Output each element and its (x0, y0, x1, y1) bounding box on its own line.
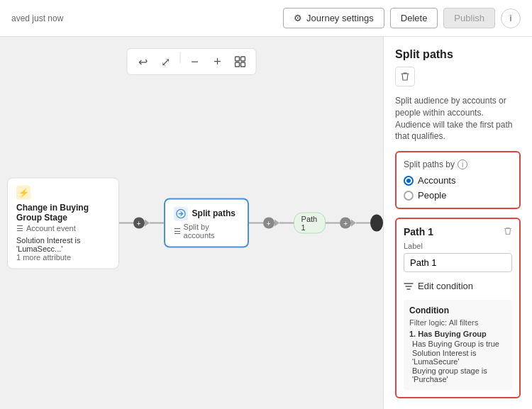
condition-box: Condition Filter logic: All filters 1. H… (404, 300, 512, 390)
connector-arrow-1 (145, 220, 150, 227)
path1-input[interactable] (404, 253, 512, 272)
svg-rect-2 (235, 62, 240, 67)
connector-line-3b (356, 223, 370, 224)
svg-rect-5 (372, 219, 381, 228)
connector-1: + (119, 218, 164, 229)
path1-label: Label (404, 242, 512, 250)
radio-accounts-circle (404, 176, 414, 186)
radio-people[interactable]: People (404, 190, 512, 201)
path1-trash-icon (504, 227, 512, 235)
connector-line-1b (150, 223, 164, 224)
journey-nodes: ⚡ Change in Buying Group Stage ☰ Account… (7, 177, 383, 269)
trash-icon (400, 72, 410, 82)
right-panel: Split paths Split audience by accounts o… (383, 37, 532, 409)
settings-icon: ⚙ (294, 13, 302, 23)
split-node-title: Split paths (192, 208, 235, 218)
zoom-out-button[interactable]: − (185, 52, 205, 72)
trigger-node[interactable]: ⚡ Change in Buying Group Stage ☰ Account… (7, 177, 119, 269)
connector-arrow-3 (351, 220, 356, 227)
split-node-icon (174, 207, 188, 221)
condition-line-3: Buying group stage is 'Purchase' (409, 366, 506, 383)
info-button[interactable]: i (501, 9, 521, 28)
condition-line-2: Solution Interest is 'LumaSecure' (409, 349, 506, 366)
path1-delete-button[interactable] (504, 226, 512, 237)
account-event-icon: ☰ (16, 223, 23, 232)
delete-button[interactable]: Delete (390, 8, 438, 28)
add-node-button-3[interactable]: + (340, 218, 351, 229)
split-paths-node[interactable]: Split paths ☰ Split by accounts (164, 198, 249, 248)
radio-accounts-label: Accounts (418, 175, 455, 186)
add-node-button-2[interactable]: + (263, 218, 275, 229)
radio-accounts[interactable]: Accounts (404, 175, 512, 186)
condition-group-title: 1. Has Buying Group (409, 330, 506, 338)
path-label: Path 1 (294, 213, 326, 234)
trigger-node-subtitle: ☰ Account event (16, 223, 110, 232)
trigger-node-title: Change in Buying Group Stage (16, 202, 110, 222)
publish-button[interactable]: Publish (443, 8, 495, 28)
split-info-icon[interactable]: i (458, 159, 467, 169)
condition-title: Condition (409, 306, 506, 315)
panel-delete-button[interactable] (395, 67, 415, 86)
grid-button[interactable] (231, 52, 250, 72)
split-paths-box: Split paths by i Accounts People (395, 151, 521, 209)
path1-header: Path 1 (404, 226, 512, 237)
svg-rect-0 (235, 57, 240, 61)
undo-button[interactable]: ↩ (133, 52, 153, 72)
info-icon: i (510, 13, 512, 23)
connector-line-2b (279, 223, 294, 224)
saved-status: aved just now (11, 13, 63, 23)
radio-group: Accounts People (404, 175, 512, 201)
add-node-button-1[interactable]: + (133, 218, 145, 229)
connector-arrow-2 (275, 220, 279, 227)
split-node-subtitle: ☰ Split by accounts (174, 223, 239, 240)
journey-canvas[interactable]: ↩ ⤢ − + ⚡ Change in Buying Group Stage ☰… (0, 37, 383, 409)
toolbar-divider (180, 52, 181, 63)
trigger-node-attr-sub: 1 more attribute (16, 252, 110, 261)
expand-button[interactable]: ⤢ (156, 52, 176, 72)
condition-line-1: Has Buying Group is true (409, 340, 506, 348)
zoom-in-button[interactable]: + (208, 52, 228, 72)
edit-condition-button[interactable]: Edit condition (404, 278, 512, 294)
main-layout: ↩ ⤢ − + ⚡ Change in Buying Group Stage ☰… (0, 37, 532, 409)
svg-rect-3 (241, 62, 245, 67)
filter-icon (404, 281, 414, 291)
split-icon: ☰ (174, 226, 181, 235)
trigger-node-icon: ⚡ (16, 185, 31, 199)
radio-people-circle (404, 191, 414, 201)
connector-line-3 (326, 223, 340, 224)
svg-rect-1 (241, 57, 245, 61)
header-actions: ⚙ Journey settings Delete Publish i (283, 8, 521, 28)
split-paths-label: Split paths by i (404, 159, 512, 169)
canvas-toolbar: ↩ ⤢ − + (127, 48, 257, 75)
edit-condition-label: Edit condition (418, 281, 473, 291)
connector-line-1 (119, 223, 133, 224)
end-node (370, 215, 383, 232)
panel-description: Split audience by accounts or people wit… (395, 95, 521, 142)
header: aved just now ⚙ Journey settings Delete … (0, 0, 532, 37)
journey-settings-button[interactable]: ⚙ Journey settings (283, 8, 384, 28)
path1-card: Path 1 Label Edit condition Condition Fi… (395, 218, 521, 398)
condition-filter: Filter logic: All filters (409, 318, 506, 327)
connector-line-2 (249, 223, 263, 224)
panel-title: Split paths (395, 48, 521, 61)
path1-title: Path 1 (404, 226, 433, 237)
trigger-node-attr: Solution Interest is 'LumaSecc...' (16, 235, 110, 252)
connector-2: + (249, 218, 294, 229)
radio-people-label: People (418, 190, 446, 201)
connector-3: + (326, 218, 370, 229)
